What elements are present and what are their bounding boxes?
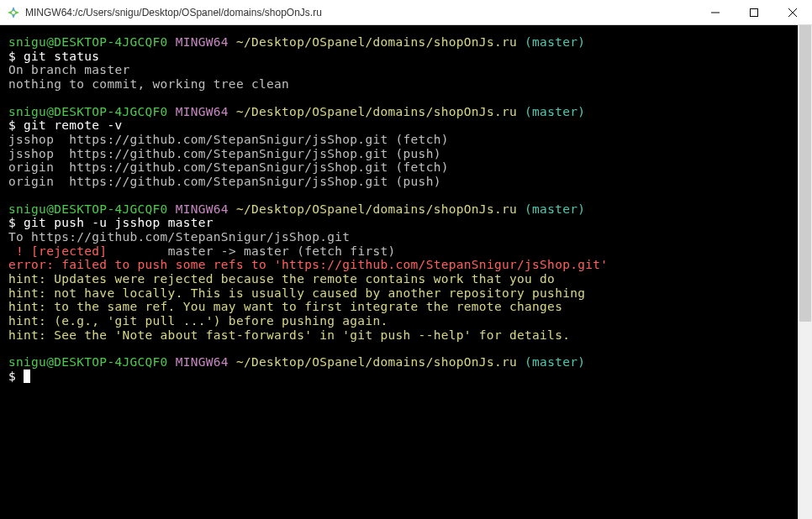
prompt-env: MINGW64 <box>176 202 229 216</box>
error-line: error: failed to push some refs to 'http… <box>8 258 804 272</box>
prompt-user: snigu@DESKTOP-4JGCQF0 <box>8 105 168 118</box>
hint-line: hint: (e.g., 'git pull ...') before push… <box>8 314 804 328</box>
active-prompt: $ <box>8 370 804 384</box>
command-block-2: snigu@DESKTOP-4JGCQF0 MINGW64 ~/Desktop/… <box>8 105 804 189</box>
prompt-env: MINGW64 <box>176 105 229 118</box>
command-text: git status <box>24 50 99 63</box>
prompt-path: ~/Desktop/OSpanel/domains/shopOnJs.ru <box>236 105 517 118</box>
hint-line: hint: Updates were rejected because the … <box>8 272 804 286</box>
prompt-branch: (master) <box>525 35 585 49</box>
window-title: MINGW64:/c/Users/snigu/Desktop/OSpanel/d… <box>25 7 696 18</box>
prompt-line: snigu@DESKTOP-4JGCQF0 MINGW64 ~/Desktop/… <box>8 202 804 217</box>
app-icon <box>7 6 20 19</box>
output-line: jsshop https://github.com/StepanSnigur/j… <box>8 147 804 161</box>
maximize-button[interactable] <box>735 0 773 24</box>
svg-rect-2 <box>751 8 758 16</box>
hint-line: hint: to the same ref. You may want to f… <box>8 300 804 314</box>
prompt-line: snigu@DESKTOP-4JGCQF0 MINGW64 ~/Desktop/… <box>8 105 804 119</box>
window-titlebar: MINGW64:/c/Users/snigu/Desktop/OSpanel/d… <box>0 0 812 25</box>
prompt-dollar: $ <box>8 118 16 132</box>
output-line: nothing to commit, working tree clean <box>8 77 804 92</box>
rejected-detail: master -> master (fetch first) <box>161 244 396 258</box>
scrollbar[interactable] <box>798 25 812 519</box>
error-prefix: error: failed to push some refs to ' <box>8 258 282 271</box>
cursor <box>24 370 30 383</box>
hint-line: hint: See the 'Note about fast-forwards'… <box>8 328 804 343</box>
output-line: origin https://github.com/StepanSnigur/j… <box>8 175 804 189</box>
command-text: git remote -v <box>24 118 122 132</box>
prompt-path: ~/Desktop/OSpanel/domains/shopOnJs.ru <box>236 35 517 49</box>
prompt-dollar: $ <box>8 50 16 63</box>
prompt-path: ~/Desktop/OSpanel/domains/shopOnJs.ru <box>236 202 517 216</box>
error-suffix: ' <box>600 258 608 271</box>
scrollbar-thumb[interactable] <box>799 25 811 322</box>
error-url: https://github.com/StepanSnigur/jsShop.g… <box>282 258 600 271</box>
svg-point-0 <box>12 11 15 14</box>
prompt-user: snigu@DESKTOP-4JGCQF0 <box>8 35 168 49</box>
window-controls <box>696 0 812 24</box>
hint-line: hint: not have locally. This is usually … <box>8 286 804 301</box>
close-button[interactable] <box>773 0 812 24</box>
command-block-1: snigu@DESKTOP-4JGCQF0 MINGW64 ~/Desktop/… <box>8 35 804 92</box>
output-line: To https://github.com/StepanSnigur/jsSho… <box>8 230 804 244</box>
rejected-marker: ! [rejected] <box>8 244 161 258</box>
command-block-3: snigu@DESKTOP-4JGCQF0 MINGW64 ~/Desktop/… <box>8 202 804 343</box>
command-line: $ git remote -v <box>8 118 804 133</box>
prompt-env: MINGW64 <box>176 35 229 49</box>
prompt-user: snigu@DESKTOP-4JGCQF0 <box>8 202 168 216</box>
prompt-line: snigu@DESKTOP-4JGCQF0 MINGW64 ~/Desktop/… <box>8 355 804 370</box>
prompt-branch: (master) <box>525 105 585 118</box>
rejected-line: ! [rejected] master -> master (fetch fir… <box>8 244 804 259</box>
output-line: jsshop https://github.com/StepanSnigur/j… <box>8 133 804 147</box>
prompt-dollar: $ <box>8 216 16 229</box>
minimize-button[interactable] <box>696 0 735 24</box>
prompt-branch: (master) <box>525 355 585 369</box>
command-line: $ git push -u jsshop master <box>8 216 804 230</box>
command-text: git push -u jsshop master <box>24 216 214 229</box>
prompt-user: snigu@DESKTOP-4JGCQF0 <box>8 355 168 369</box>
prompt-branch: (master) <box>525 202 585 216</box>
command-line: $ git status <box>8 50 804 64</box>
terminal-area[interactable]: snigu@DESKTOP-4JGCQF0 MINGW64 ~/Desktop/… <box>0 25 812 519</box>
prompt-path: ~/Desktop/OSpanel/domains/shopOnJs.ru <box>236 355 517 369</box>
output-line: On branch master <box>8 63 804 77</box>
output-line: origin https://github.com/StepanSnigur/j… <box>8 160 804 175</box>
prompt-dollar: $ <box>8 370 16 383</box>
prompt-line: snigu@DESKTOP-4JGCQF0 MINGW64 ~/Desktop/… <box>8 35 804 50</box>
prompt-env: MINGW64 <box>176 355 229 369</box>
command-block-4: snigu@DESKTOP-4JGCQF0 MINGW64 ~/Desktop/… <box>8 355 804 383</box>
